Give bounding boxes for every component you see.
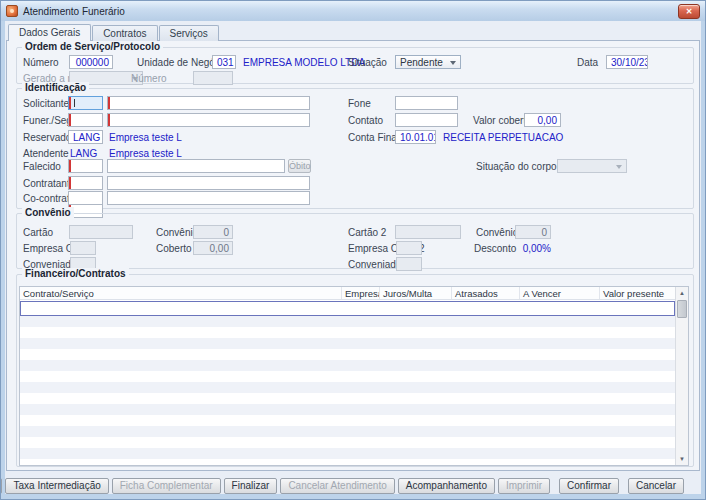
numero-field[interactable]: 000000: [69, 55, 113, 69]
tab-dados-gerais[interactable]: Dados Gerais: [8, 24, 91, 41]
funer-segur-code-field[interactable]: [68, 113, 103, 127]
numero-origem-label: Número: [131, 73, 167, 84]
contato-field[interactable]: [395, 113, 458, 127]
chevron-down-icon: [450, 61, 456, 65]
conveniado2-field: [396, 257, 422, 271]
tab-label: Contratos: [103, 28, 146, 39]
cancelar-button[interactable]: Cancelar: [628, 478, 684, 494]
column-header-valor-presente[interactable]: Valor presente: [600, 287, 675, 299]
atendente-code: LANG: [70, 148, 97, 159]
tab-label: Serviços: [170, 28, 208, 39]
empresa-conv-field: [70, 241, 96, 255]
group-title: Financeiro/Contratos: [22, 268, 129, 279]
scroll-down-icon[interactable]: ▼: [676, 453, 688, 465]
contratante-code-field[interactable]: [68, 176, 103, 190]
scroll-up-icon[interactable]: ▲: [676, 287, 688, 299]
action-button-bar: Faturar Taxa Intermediação Ficha Complem…: [0, 478, 684, 494]
cartao-label: Cartão: [23, 227, 53, 238]
cancelar-atendimento-button[interactable]: Cancelar Atendimento: [280, 478, 394, 494]
falecido-code-field[interactable]: [68, 159, 103, 173]
desconto-value: 0,00%: [515, 243, 551, 254]
empresa-conv2-field: [396, 241, 422, 255]
chevron-down-icon: [616, 165, 622, 169]
column-header-juros-multa[interactable]: Juros/Multa: [380, 287, 452, 299]
ficha-complementar-button[interactable]: Ficha Complementar: [112, 478, 221, 494]
convenio-label: Convênio: [156, 227, 198, 238]
column-header-empresa[interactable]: Empresa: [342, 287, 380, 299]
situacao-corpo-label: Situação do corpo: [476, 161, 557, 172]
falecido-name-field[interactable]: [107, 159, 285, 173]
title-bar: Atendimento Funerário ✕: [1, 1, 705, 21]
obito-button[interactable]: Óbito: [288, 159, 311, 173]
column-header-atrasados[interactable]: Atrasados: [452, 287, 520, 299]
scrollbar-thumb[interactable]: [677, 300, 687, 318]
contratante-name-field[interactable]: [107, 176, 310, 190]
cartao2-label: Cartão 2: [348, 227, 386, 238]
data-field[interactable]: 30/10/23: [606, 55, 648, 69]
cartao-field: [69, 225, 133, 239]
tab-servicos[interactable]: Serviços: [159, 25, 219, 41]
conta-financeira-name: RECEITA PERPETUACAO: [443, 132, 563, 143]
window-title: Atendimento Funerário: [23, 6, 125, 17]
atendente-name: Empresa teste L: [109, 148, 182, 159]
taxa-intermediacao-button[interactable]: Taxa Intermediação: [5, 478, 108, 494]
valor-coberto-label: Valor coberto: [473, 115, 532, 126]
selected-table-row[interactable]: [20, 301, 675, 316]
situacao-dropdown[interactable]: Pendente: [395, 55, 461, 69]
acompanhamento-button[interactable]: Acompanhamento: [398, 478, 495, 494]
numero-origem-field: [193, 71, 233, 85]
group-identificacao: Identificação Solicitante Fone Funer./Se…: [16, 88, 694, 209]
unidade-negocio-name: EMPRESA MODELO LTDA: [243, 57, 365, 68]
reservado-por-name: Empresa teste L: [109, 132, 182, 143]
desconto-label: Desconto: [474, 243, 516, 254]
close-button[interactable]: ✕: [678, 4, 700, 19]
situacao-value: Pendente: [400, 57, 443, 68]
solicitante-code-field[interactable]: [68, 96, 103, 110]
contratos-table: Contrato/Serviço Empresa Juros/Multa Atr…: [19, 286, 689, 466]
table-header-row: Contrato/Serviço Empresa Juros/Multa Atr…: [20, 287, 675, 300]
fone-label: Fone: [348, 98, 371, 109]
finalizar-button[interactable]: Finalizar: [224, 478, 278, 494]
reservado-por-code-field[interactable]: LANG: [68, 130, 103, 144]
imprimir-button[interactable]: Imprimir: [498, 478, 550, 494]
funer-segur-name-field[interactable]: [107, 113, 310, 127]
data-label: Data: [577, 57, 598, 68]
numero-label: Número: [23, 57, 59, 68]
falecido-label: Falecido: [23, 161, 61, 172]
tab-contratos[interactable]: Contratos: [92, 25, 157, 41]
group-financeiro-contratos: Financeiro/Contratos Contrato/Serviço Em…: [16, 274, 694, 467]
co-contratante-code-field[interactable]: [68, 191, 103, 205]
column-header-a-vencer[interactable]: A Vencer: [520, 287, 600, 299]
solicitante-label: Solicitante: [23, 98, 69, 109]
close-icon: ✕: [686, 7, 693, 16]
confirmar-button[interactable]: Confirmar: [559, 478, 619, 494]
table-empty-rows[interactable]: [20, 316, 675, 465]
co-contratante-name-field[interactable]: [107, 191, 310, 205]
group-ordem-servico: Ordem de Serviço/Protocolo Número 000000…: [16, 47, 694, 84]
group-convenio: Convênio Cartão Convênio 0 Cartão 2 Conv…: [16, 213, 694, 269]
contato-label: Contato: [348, 115, 383, 126]
group-title: Convênio: [22, 207, 74, 218]
valor-coberto-field[interactable]: 0,00: [524, 113, 561, 127]
tab-page-dados-gerais: Ordem de Serviço/Protocolo Número 000000…: [6, 40, 700, 471]
conta-financeira-code-field[interactable]: 10.01.01: [395, 130, 436, 144]
fone-field[interactable]: [395, 96, 458, 110]
cartao2-field: [395, 225, 461, 239]
unidade-negocio-code-field[interactable]: 031: [212, 55, 236, 69]
situacao-corpo-dropdown: [557, 159, 627, 173]
situacao-label: Situação: [348, 57, 387, 68]
tab-label: Dados Gerais: [19, 27, 80, 38]
table-vertical-scrollbar[interactable]: ▲ ▼: [675, 287, 688, 465]
column-header-contrato-servico[interactable]: Contrato/Serviço: [20, 287, 342, 299]
convenio2-field: 0: [515, 225, 551, 239]
coberto-conv-field: 0,00: [193, 241, 233, 255]
faturar-button[interactable]: Faturar: [0, 478, 2, 494]
group-title: Ordem de Serviço/Protocolo: [22, 41, 163, 52]
atendente-label: Atendente: [23, 148, 69, 159]
app-icon: [6, 5, 18, 17]
atendimento-funerario-window: Atendimento Funerário ✕ Dados Gerais Con…: [0, 0, 706, 500]
tab-strip: Dados Gerais Contratos Serviços: [8, 24, 220, 41]
group-title: Identificação: [22, 82, 89, 93]
solicitante-name-field[interactable]: [107, 96, 310, 110]
convenio-field: 0: [193, 225, 233, 239]
